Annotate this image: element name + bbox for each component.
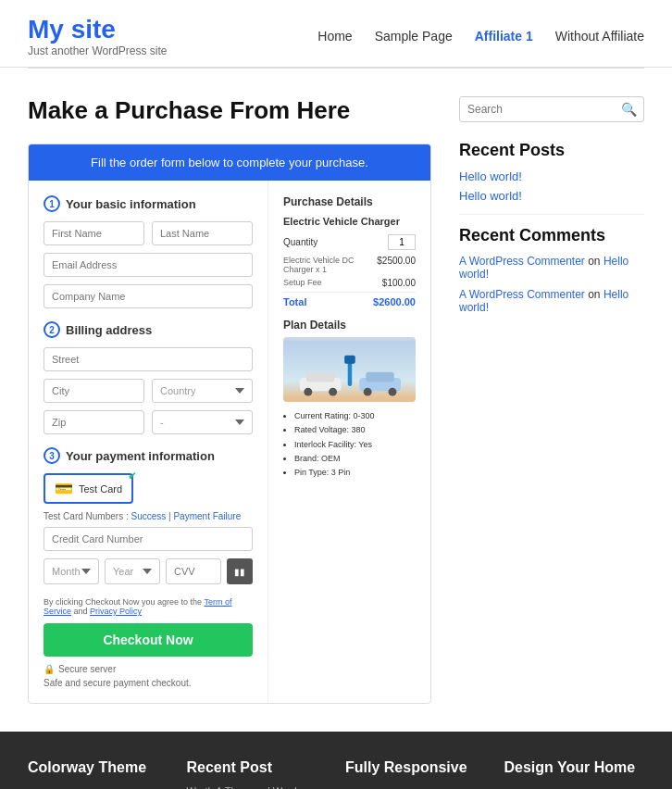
nav-without-affiliate[interactable]: Without Affiliate: [555, 29, 644, 44]
ev-image: [283, 337, 416, 402]
nav-home[interactable]: Home: [317, 29, 352, 44]
footer-col4-text: Express your creativity, find inspiratio…: [504, 785, 645, 789]
section-basic-info: 1 Your basic information: [44, 195, 253, 308]
city-country-row: Country: [44, 379, 253, 403]
card-check-icon: ✔: [128, 470, 137, 482]
page-title: Make a Purchase From Here: [28, 96, 431, 125]
footer: Colorway Theme Footer is widgetized. To …: [0, 732, 672, 789]
svg-point-9: [364, 388, 372, 396]
section2-title: 2 Billing address: [44, 321, 253, 338]
company-row: [44, 284, 253, 308]
payment-card-label: Test Card: [79, 483, 122, 495]
quantity-row: Quantity: [283, 234, 416, 250]
line1-price: $2500.00: [377, 256, 416, 274]
checkout-header: Fill the order form below to complete yo…: [29, 144, 430, 181]
line2-price: $100.00: [382, 278, 416, 288]
safe-checkout: Safe and secure payment checkout.: [44, 678, 253, 688]
first-name-input[interactable]: [44, 221, 144, 245]
main-layout: Make a Purchase From Here Fill the order…: [0, 69, 672, 732]
email-input[interactable]: [44, 253, 253, 277]
checkout-form: 1 Your basic information: [29, 181, 268, 703]
lock-icon: 🔒: [44, 664, 55, 674]
footer-col-4: Design Your Home Express your creativity…: [504, 759, 645, 789]
city-input[interactable]: [44, 379, 144, 403]
svg-point-10: [389, 388, 397, 396]
quantity-label: Quantity: [283, 237, 317, 247]
commenter-link-2[interactable]: A WordPress Commenter: [459, 288, 585, 301]
year-select[interactable]: Year: [105, 558, 160, 584]
street-row: [44, 347, 253, 371]
site-header: My site Just another WordPress site Home…: [0, 0, 672, 68]
sidebar: 🔍 Recent Posts Hello world! Hello world!…: [459, 96, 644, 704]
purchase-details: Purchase Details Electric Vehicle Charge…: [268, 181, 430, 703]
cc-number-row: [44, 527, 253, 551]
section-payment: 3 Your payment information 💳 Test Card ✔…: [44, 447, 253, 584]
privacy-link[interactable]: Privacy Policy: [90, 607, 142, 616]
search-button[interactable]: 🔍: [614, 97, 644, 121]
section2-number: 2: [44, 321, 60, 338]
cvv-icon: ▮▮: [227, 558, 253, 584]
footer-col-3: Fully Responsive Colorway is a unique re…: [345, 759, 486, 789]
post-link-2[interactable]: Hello world!: [459, 189, 644, 203]
site-tagline: Just another WordPress site: [28, 44, 168, 57]
section-billing: 2 Billing address Country: [44, 321, 253, 434]
comment-1: A WordPress Commenter on Hello world!: [459, 255, 644, 281]
section3-number: 3: [44, 447, 60, 464]
footer-main: Colorway Theme Footer is widgetized. To …: [0, 732, 672, 789]
country-select[interactable]: Country: [152, 379, 253, 403]
checkout-terms: By clicking Checkout Now you agree to th…: [44, 597, 253, 616]
line1-row: Electric Vehicle DC Charger x 1 $2500.00: [283, 256, 416, 274]
nav-affiliate1[interactable]: Affiliate 1: [475, 29, 533, 44]
recent-comments-title: Recent Comments: [459, 226, 644, 245]
checkout-button[interactable]: Checkout Now: [44, 623, 253, 657]
svg-point-6: [329, 388, 337, 396]
line2-label: Setup Fee: [283, 278, 322, 288]
success-link[interactable]: Success: [131, 511, 166, 521]
content-area: Make a Purchase From Here Fill the order…: [28, 96, 431, 704]
footer-col-1: Colorway Theme Footer is widgetized. To …: [28, 759, 168, 789]
zip-input[interactable]: [44, 410, 144, 434]
month-select[interactable]: Month: [44, 558, 99, 584]
footer-col2-title: Recent Post: [187, 759, 328, 776]
search-input[interactable]: [460, 97, 614, 121]
cc-number-input[interactable]: [44, 527, 253, 551]
plan-details-title: Plan Details: [283, 319, 416, 332]
spec-item: Current Rating: 0-300: [294, 409, 416, 423]
total-price: $2600.00: [373, 296, 416, 307]
footer-col3-title: Fully Responsive: [345, 759, 486, 776]
card-icon: 💳: [55, 480, 73, 497]
failure-link[interactable]: Payment Failure: [173, 511, 241, 521]
month-year-cvv-row: Month Year ▮▮: [44, 558, 253, 584]
zip-row: -: [44, 410, 253, 434]
search-box: 🔍: [459, 96, 644, 122]
cvv-input[interactable]: [166, 558, 221, 584]
line2-row: Setup Fee $100.00: [283, 278, 416, 288]
spec-item: Rated Voltage: 380: [294, 423, 416, 437]
comment-2: A WordPress Commenter on Hello world!: [459, 288, 644, 314]
plan-specs: Current Rating: 0-300 Rated Voltage: 380…: [283, 409, 416, 480]
total-row: Total $2600.00: [283, 292, 416, 307]
svg-rect-2: [344, 356, 355, 364]
nav-sample-page[interactable]: Sample Page: [375, 29, 453, 44]
footer-col4-title: Design Your Home: [504, 759, 645, 776]
zip-extra-select[interactable]: -: [152, 410, 253, 434]
purchase-details-title: Purchase Details: [283, 195, 416, 208]
checkout-container: Fill the order form below to complete yo…: [28, 144, 431, 704]
footer-col1-title: Colorway Theme: [28, 759, 168, 776]
spec-item: Interlock Facility: Yes: [294, 438, 416, 452]
street-input[interactable]: [44, 347, 253, 371]
recent-posts-title: Recent Posts: [459, 141, 644, 160]
svg-point-5: [304, 388, 312, 396]
section1-title: 1 Your basic information: [44, 195, 253, 212]
footer-col-2: Recent Post Worth A Thousand Words Categ…: [187, 759, 328, 789]
payment-card-btn[interactable]: 💳 Test Card ✔: [44, 473, 133, 504]
footer-col3-text: Colorway is a unique responsive WordPres…: [345, 785, 486, 789]
test-card-links: Test Card Numbers : Success | Payment Fa…: [44, 511, 253, 521]
quantity-input[interactable]: [388, 234, 416, 250]
commenter-link-1[interactable]: A WordPress Commenter: [459, 255, 585, 268]
company-input[interactable]: [44, 284, 253, 308]
footer-link-1[interactable]: Worth A Thousand Words: [187, 785, 328, 789]
post-link-1[interactable]: Hello world!: [459, 169, 644, 183]
main-nav: Home Sample Page Affiliate 1 Without Aff…: [317, 29, 644, 44]
last-name-input[interactable]: [152, 221, 253, 245]
